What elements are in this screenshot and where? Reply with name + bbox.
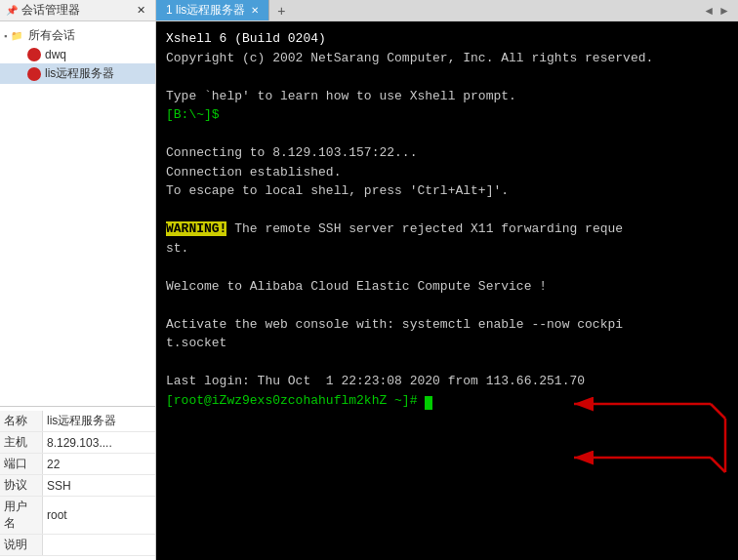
close-session-manager[interactable]: ✕ [133,4,149,17]
svg-line-5 [711,458,725,472]
terminal-cursor [425,396,432,410]
tab-label: 1 lis远程服务器 [166,2,245,19]
terminal-line-6 [166,125,728,144]
prop-value-name: lis远程服务器 [43,411,155,431]
main-content: ▪ 📁 所有会话 dwq lis远程服务器 名称 lis远程服务器 主机 8.1… [0,21,738,560]
prop-row-host: 主机 8.129.103.... [0,432,155,454]
session-item-lis[interactable]: lis远程服务器 [0,63,155,84]
session-item-dwq[interactable]: dwq [0,46,155,63]
prop-value-host: 8.129.103.... [43,434,155,452]
tab-close-icon[interactable]: ✕ [251,5,259,16]
terminal-line-18 [166,353,728,373]
session-manager-title: 📌 会话管理器 ✕ [0,0,156,20]
title-bar: 📌 会话管理器 ✕ 1 lis远程服务器 ✕ + ◄ ► [0,0,738,21]
collapse-icon: ▪ [4,31,7,41]
session-icon-dwq [27,48,41,61]
terminal-line-12: st. [166,239,728,259]
prop-row-username: 用户名 root [0,497,155,535]
active-tab[interactable]: 1 lis远程服务器 ✕ [156,0,269,20]
session-manager-label: 会话管理器 [21,2,80,19]
prop-row-desc: 说明 [0,535,155,556]
nav-right-icon[interactable]: ► [718,4,730,18]
nav-arrows: ◄ ► [695,4,738,18]
sidebar-root-item[interactable]: ▪ 📁 所有会话 [0,25,155,46]
terminal[interactable]: Xshell 6 (Build 0204) Copyright (c) 2002… [156,21,738,560]
all-sessions-label: 所有会话 [28,27,75,44]
terminal-line-4: Type `help' to learn how to use Xshell p… [166,87,728,106]
terminal-line-16: Activate the web console with: systemctl… [166,315,728,335]
tab-bar: 1 lis远程服务器 ✕ + ◄ ► [156,0,738,20]
session-label-lis: lis远程服务器 [45,65,114,82]
prop-label-host: 主机 [0,432,43,453]
terminal-line-13 [166,258,728,277]
prop-label-port: 端口 [0,454,43,474]
terminal-line-8: Connection established. [166,163,728,182]
prop-value-protocol: SSH [43,477,155,495]
properties-panel: 名称 lis远程服务器 主机 8.129.103.... 端口 22 协议 SS… [0,406,155,560]
add-tab-button[interactable]: + [269,3,293,19]
prop-value-desc [43,543,155,547]
terminal-line-15 [166,296,728,315]
terminal-line-17: t.socket [166,334,728,353]
terminal-line-19: Last login: Thu Oct 1 22:23:08 2020 from… [166,372,728,391]
prop-label-name: 名称 [0,411,43,431]
terminal-line-14: Welcome to Alibaba Cloud Elastic Compute… [166,277,728,297]
terminal-line-5: [B:\~]$ [166,105,728,125]
terminal-line-20: [root@iZwz9exs0zcohahuflm2khZ ~]# [166,391,728,411]
prop-label-desc: 说明 [0,535,43,555]
folder-icon: 📁 [9,28,24,44]
terminal-line-11: WARNING! The remote SSH server rejected … [166,220,728,239]
nav-left-icon[interactable]: ◄ [703,4,715,18]
terminal-line-3 [166,67,728,87]
prop-row-protocol: 协议 SSH [0,475,155,497]
prop-value-username: root [43,506,155,524]
prop-value-port: 22 [43,456,155,473]
terminal-line-10 [166,201,728,220]
prop-label-protocol: 协议 [0,475,43,496]
sidebar: ▪ 📁 所有会话 dwq lis远程服务器 名称 lis远程服务器 主机 8.1… [0,21,156,560]
session-label-dwq: dwq [45,48,66,61]
terminal-line-7: Connecting to 8.129.103.157:22... [166,143,728,163]
terminal-line-2: Copyright (c) 2002 NetSarang Computer, I… [166,49,728,68]
sidebar-top: ▪ 📁 所有会话 dwq lis远程服务器 [0,21,155,406]
prop-row-name: 名称 lis远程服务器 [0,411,155,432]
pin-icon: 📌 [6,5,18,16]
prop-row-port: 端口 22 [0,454,155,475]
session-icon-lis [27,67,41,81]
terminal-line-9: To escape to local shell, press 'Ctrl+Al… [166,181,728,201]
prop-label-username: 用户名 [0,497,43,534]
terminal-line-1: Xshell 6 (Build 0204) [166,29,728,49]
